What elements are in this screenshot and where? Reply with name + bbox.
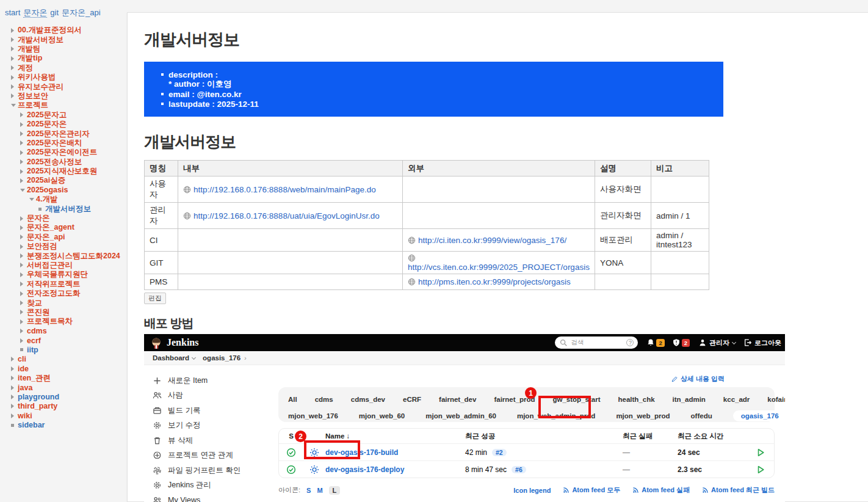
jenkins-menu-프로젝트 연관 관계[interactable]: 프로젝트 연관 관계 [153,448,275,464]
tree-expand-icon[interactable] [20,338,27,343]
run-build-button[interactable] [756,448,765,457]
user-menu[interactable]: 관리자 [709,338,729,347]
tree-expand-icon[interactable] [20,244,27,249]
jenkins-menu-빌드 기록[interactable]: 빌드 기록 [153,403,275,418]
tree-expand-icon[interactable] [20,131,27,136]
edit-button[interactable]: 편집 [144,293,166,304]
icon-legend-link[interactable]: Icon legend [513,487,551,494]
breadcrumb-view[interactable]: ogasis_176 [203,354,241,362]
jenkins-tab-cdms[interactable]: cdms [315,396,333,403]
sidebar-link[interactable]: iitp [27,346,38,354]
sidebar-link[interactable]: sidebar [18,421,45,429]
tree-expand-icon[interactable] [20,178,27,183]
server-url-link[interactable]: http://192.168.0.176:8888/web/main/mainP… [193,185,376,194]
server-url-link[interactable]: http://pms.iten.co.kr:9999/projects/orga… [418,277,571,286]
weather-sunny-icon[interactable] [309,465,319,475]
tree-expand-icon[interactable] [20,140,27,145]
sidebar-link[interactable]: 프로젝트목차 [27,316,73,327]
tree-expand-icon[interactable] [20,225,27,230]
jenkins-search-input[interactable]: 검색 ? [555,336,638,349]
tree-expand-icon[interactable] [20,112,27,117]
tree-expand-icon[interactable] [20,310,27,315]
trace-link[interactable]: 문자온_api [62,8,101,17]
feed-link[interactable]: Atom feed 최근 빌드 [702,486,775,495]
jenkins-menu-My Views[interactable]: My Views [153,493,275,502]
jenkins-tab-mjon_web_176[interactable]: mjon_web_176 [288,412,338,420]
tree-expand-icon[interactable] [11,385,18,390]
shield-icon[interactable] [672,338,681,347]
jenkins-menu-새로운 Item[interactable]: 새로운 Item [153,373,275,388]
jenkins-tab-kofair[interactable]: kofair [767,396,785,403]
col-last-failure[interactable]: 최근 실패 [623,432,678,441]
tree-collapse-icon[interactable] [29,198,36,201]
tree-expand-icon[interactable] [20,253,27,258]
trace-link[interactable]: 문자온 [23,8,47,18]
icon-size-L[interactable]: L [329,486,341,495]
sidebar-link[interactable]: java [18,384,32,392]
sidebar-link[interactable]: playground [18,393,59,401]
chevron-down-icon[interactable] [192,355,196,359]
tree-expand-icon[interactable] [11,395,18,399]
server-url-link[interactable]: http://vcs.iten.co.kr:9999/2025_PROJECT/… [408,263,590,272]
trace-link[interactable]: start [5,8,20,17]
jenkins-tab-mjon_web_60[interactable]: mjon_web_60 [359,412,405,420]
build-number-link[interactable]: #2 [492,449,507,456]
col-last-success[interactable]: 최근 성공 [465,432,623,441]
jenkins-tab-fairnet_dev[interactable]: fairnet_dev [439,396,476,403]
jenkins-tab-kcc_adr[interactable]: kcc_adr [723,396,750,403]
tree-expand-icon[interactable] [11,84,18,89]
tree-expand-icon[interactable] [11,366,18,371]
tree-expand-icon[interactable] [11,404,18,409]
jenkins-tab-eCRF[interactable]: eCRF [403,396,421,403]
job-link[interactable]: dev-ogasis-176-deploy [325,465,404,474]
sidebar-link[interactable]: 2025ogasis [27,186,68,194]
jenkins-tab-health_chk[interactable]: health_chk [618,396,654,403]
tree-collapse-icon[interactable] [11,104,18,107]
feed-link[interactable]: Atom feed 실패 [632,486,690,495]
jenkins-menu-보기 수정[interactable]: 보기 수정 [153,418,275,434]
sidebar-link[interactable]: cdms [27,327,47,335]
tree-expand-icon[interactable] [11,28,18,33]
tree-expand-icon[interactable] [20,235,27,239]
sidebar-link[interactable]: ecrf [27,336,41,345]
build-number-link[interactable]: #6 [512,466,526,473]
run-build-button[interactable] [756,465,765,475]
jenkins-tab-cdms_dev[interactable]: cdms_dev [351,396,385,403]
tree-expand-icon[interactable] [20,122,27,127]
jenkins-tab-active-ogasis_176[interactable]: ogasis_176 [733,410,785,421]
search-help-icon[interactable]: ? [626,339,634,346]
jenkins-menu-사람[interactable]: 사람 [153,388,275,404]
sidebar-link[interactable]: third_party [18,402,57,410]
tree-expand-icon[interactable] [11,413,18,418]
jenkins-tab-offedu[interactable]: offedu [691,412,712,420]
tree-expand-icon[interactable] [20,169,27,174]
sidebar-link[interactable]: 개발서버정보 [45,204,91,214]
icon-size-M[interactable]: M [317,487,322,494]
tree-expand-icon[interactable] [20,291,27,296]
col-last-duration[interactable]: 최근 소요 시간 [678,432,748,441]
tree-collapse-icon[interactable] [20,189,27,192]
feed-link[interactable]: Atom feed 모두 [563,486,620,495]
bell-icon[interactable] [646,338,655,347]
bell-badge[interactable]: 2 [656,339,664,347]
trace-link[interactable]: git [50,8,59,17]
tree-expand-icon[interactable] [11,37,18,42]
tree-expand-icon[interactable] [20,159,27,164]
sidebar-link[interactable]: iten_관련 [18,373,51,384]
jenkins-tab-All[interactable]: All [288,396,297,403]
server-url-link[interactable]: http://ci.iten.co.kr:9999/view/ogasis_17… [418,236,566,245]
sidebar-link[interactable]: cli [18,355,26,363]
sidebar-link[interactable]: wiki [18,412,32,420]
sidebar-link[interactable]: 2025ai실증 [27,175,65,186]
edit-description-link[interactable]: 상세 내용 입력 [671,374,725,384]
tree-expand-icon[interactable] [11,65,18,70]
tree-expand-icon[interactable] [11,56,18,61]
jenkins-tab-mjon_web_prod[interactable]: mjon_web_prod [616,412,670,420]
icon-size-S[interactable]: S [306,487,311,494]
col-name[interactable]: Name ↓ [325,432,465,440]
logout-button[interactable]: 로그아웃 [754,338,781,347]
jenkins-menu-뷰 삭제[interactable]: 뷰 삭제 [153,433,275,448]
sidebar-link[interactable]: ide [18,365,29,373]
build-success-icon[interactable] [286,448,296,457]
tree-expand-icon[interactable] [20,272,27,277]
